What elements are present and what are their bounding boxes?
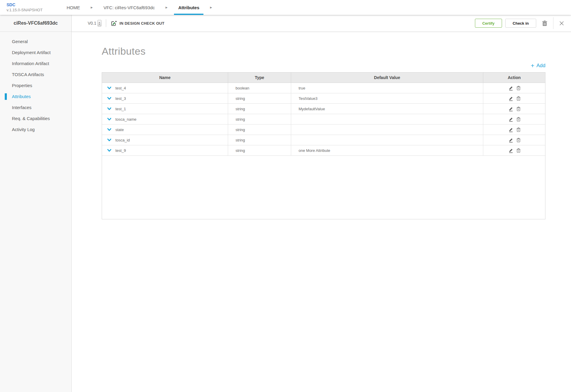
attribute-name: test_4 (115, 86, 126, 90)
column-header-type: Type (228, 73, 291, 83)
sidebar-item[interactable]: TOSCA Artifacts (0, 69, 71, 80)
breadcrumb-arrow-icon: ▶ (210, 0, 212, 15)
sidebar-item[interactable]: General (0, 36, 71, 47)
edit-icon[interactable] (508, 117, 513, 122)
edit-icon[interactable] (508, 148, 513, 153)
top-nav-bar: SDC v.1.15.0-SNAPSHOT HOME ▶ VFC: ciRes-… (0, 0, 571, 15)
column-header-action: Action (483, 73, 545, 83)
attribute-type: string (236, 107, 245, 111)
certify-button[interactable]: Certify (475, 19, 502, 28)
sidebar-item[interactable]: Properties (0, 80, 71, 91)
attribute-name-cell: tosca_id (102, 135, 228, 145)
attribute-name-cell: state (102, 125, 228, 135)
sidebar-item[interactable]: Deployment Artifact (0, 47, 71, 58)
close-icon[interactable] (559, 21, 564, 26)
attribute-name: tosca_name (115, 117, 137, 122)
main-content: Attributes + Add Name Type Default Value… (72, 32, 571, 392)
delete-icon[interactable] (517, 117, 520, 122)
column-header-default-value: Default Value (291, 73, 483, 83)
attribute-default-value-cell: MydefaultValue (291, 104, 483, 114)
column-header-name: Name (102, 73, 228, 83)
attribute-action-cell (483, 93, 545, 103)
table-row: test_4 boolean true (102, 83, 545, 93)
delete-icon[interactable] (517, 86, 520, 90)
breadcrumb-home[interactable]: HOME (62, 0, 84, 15)
chevron-down-icon[interactable] (107, 127, 112, 132)
sidebar-item-label: Req. & Capabilities (12, 116, 50, 121)
table-row: test_3 string TestValue3 (102, 93, 545, 104)
attribute-action-cell (483, 104, 545, 114)
workspace-toolbar: V0.1 ▲ ▼ IN DESIGN CHECK OUT Certify Che… (72, 15, 571, 32)
attribute-action-cell (483, 125, 545, 135)
sidebar-item-label: TOSCA Artifacts (12, 72, 44, 77)
sidebar-item[interactable]: Req. & Capabilities (0, 113, 71, 124)
add-row: + Add (102, 62, 545, 69)
attribute-action-cell (483, 145, 545, 155)
attribute-type-cell: string (228, 145, 291, 155)
sidebar-item[interactable]: Information Artifact (0, 58, 71, 69)
attribute-action-cell (483, 135, 545, 145)
edit-icon[interactable] (508, 138, 513, 143)
table-row: state string (102, 125, 545, 135)
edit-icon[interactable] (508, 106, 513, 111)
checkin-button[interactable]: Check in (505, 19, 536, 28)
sidebar-item[interactable]: Activity Log (0, 124, 71, 135)
attribute-type: string (236, 138, 245, 142)
divider (553, 17, 553, 29)
table-row: test_9 string one More Attribute (102, 145, 545, 156)
attribute-default-value-cell: true (291, 83, 483, 93)
delete-icon[interactable] (517, 127, 520, 132)
attribute-name-cell: test_3 (102, 93, 228, 103)
chevron-down-icon[interactable] (107, 96, 112, 101)
add-attribute-button[interactable]: + Add (531, 62, 545, 69)
chevron-down-icon[interactable] (107, 117, 112, 122)
attribute-name-cell: test_4 (102, 83, 228, 93)
breadcrumb: HOME ▶ VFC: ciRes-VFC6af693dc ▶ Attribut… (62, 0, 219, 15)
attribute-default-value-cell (291, 114, 483, 124)
app-logo: SDC v.1.15.0-SNAPSHOT (0, 0, 62, 15)
attribute-action-cell (483, 114, 545, 124)
attribute-type-cell: string (228, 93, 291, 103)
delete-icon[interactable] (517, 138, 520, 142)
attribute-type-cell: string (228, 104, 291, 114)
edit-icon[interactable] (508, 86, 513, 91)
table-header: Name Type Default Value Action (102, 73, 545, 83)
attribute-name: tosca_id (115, 138, 130, 142)
chevron-down-icon[interactable] (107, 138, 112, 142)
sidebar-item-label: Attributes (12, 94, 31, 99)
table-row: test_1 string MydefaultValue (102, 104, 545, 114)
chevron-down-icon[interactable] (107, 148, 112, 153)
sidebar-item-label: General (12, 39, 28, 44)
attribute-name: test_3 (115, 96, 126, 101)
edit-icon[interactable] (508, 96, 513, 101)
breadcrumb-arrow-icon: ▶ (91, 0, 93, 15)
delete-icon[interactable] (517, 148, 520, 153)
edit-icon[interactable] (508, 127, 513, 132)
attribute-action-cell (483, 83, 545, 93)
attributes-table: Name Type Default Value Action test_4 bo… (102, 72, 545, 219)
sidebar-item[interactable]: Attributes (0, 91, 71, 102)
attribute-default-value-cell: TestValue3 (291, 93, 483, 103)
attribute-name-cell: test_1 (102, 104, 228, 114)
sidebar-item-label: Information Artifact (12, 61, 49, 66)
attribute-type: boolean (236, 86, 249, 90)
attribute-name-cell: test_9 (102, 145, 228, 155)
attribute-default-value: TestValue3 (299, 96, 317, 101)
chevron-down-icon[interactable] (107, 107, 112, 111)
breadcrumb-vfc[interactable]: VFC: ciRes-VFC6af693dc (99, 0, 159, 15)
version-selector[interactable]: ▲ ▼ (98, 20, 101, 26)
checkout-icon (111, 20, 117, 26)
tab-attributes[interactable]: Attributes (174, 0, 203, 15)
table-row: tosca_id string (102, 135, 545, 145)
sidebar-item[interactable]: Interfaces (0, 102, 71, 113)
attribute-default-value: MydefaultValue (299, 107, 325, 111)
attribute-name: test_1 (115, 107, 126, 111)
delete-icon[interactable] (517, 96, 520, 101)
attribute-default-value: one More Attribute (299, 148, 330, 153)
delete-entity-icon[interactable] (542, 21, 547, 26)
delete-icon[interactable] (517, 107, 520, 111)
page-title: Attributes (102, 45, 545, 57)
sidebar-item-label: Activity Log (12, 127, 35, 132)
table-row: tosca_name string (102, 114, 545, 125)
chevron-down-icon[interactable] (107, 86, 112, 90)
